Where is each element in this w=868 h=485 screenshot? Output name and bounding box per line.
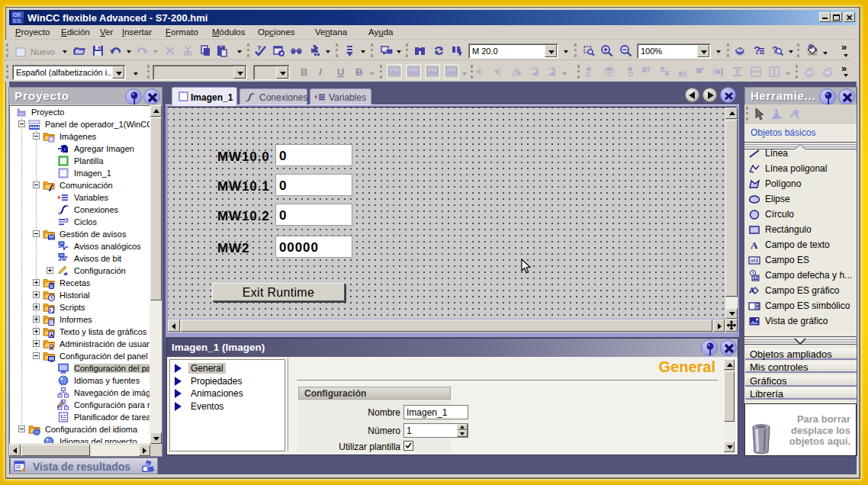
svg-text:Cfl: Cfl [13,12,20,18]
svg-text:U: U [337,66,344,78]
svg-text:?: ? [738,47,741,52]
svg-text:A: A [50,332,53,338]
svg-text:B: B [301,66,307,78]
svg-text:I: I [319,66,322,78]
svg-text:?: ? [257,44,262,52]
svg-text:ES: ES [13,18,21,24]
svg-text:A: A [751,239,758,251]
svg-text:ab: ab [751,257,757,264]
svg-text:?: ? [754,44,760,56]
svg-text:B: B [355,66,362,78]
svg-text:12: 12 [753,275,759,281]
